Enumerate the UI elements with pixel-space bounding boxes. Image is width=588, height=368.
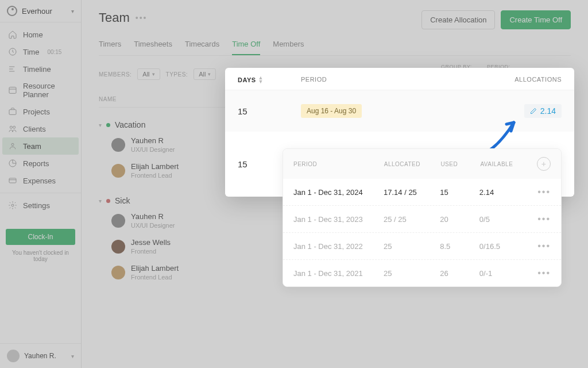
timeoff-detail-panel: DAYS ▲▼ PERIOD ALLOCATIONS 15 Aug 16 - A… xyxy=(225,68,574,197)
add-period-button[interactable]: + xyxy=(537,157,551,171)
row-more-menu[interactable]: ••• xyxy=(536,241,551,251)
row-more-menu[interactable]: ••• xyxy=(536,214,551,224)
cell-used: 8.5 xyxy=(440,242,479,251)
column-days[interactable]: DAYS ▲▼ xyxy=(238,76,301,84)
cell-period: Jan 1 - Dec 31, 2022 xyxy=(293,242,384,251)
allocation-history-card: PERIOD ALLOCATED USED AVAILABLE + Jan 1 … xyxy=(283,148,562,287)
cell-days: 15 xyxy=(238,106,301,116)
allocation-history-row: Jan 1 - Dec 31, 202325 / 25200/5••• xyxy=(283,205,561,232)
cell-period: Jan 1 - Dec 31, 2023 xyxy=(293,215,384,224)
cell-available: 2.14 xyxy=(479,188,536,197)
cell-allocated: 25 xyxy=(384,242,440,251)
allocation-history-row: Jan 1 - Dec 31, 2022258.50/16.5••• xyxy=(283,232,561,259)
cell-allocated: 25 xyxy=(384,269,440,278)
cell-available: 0/-1 xyxy=(479,269,536,278)
column-allocations: ALLOCATIONS xyxy=(514,76,562,84)
cell-period: Jan 1 - Dec 31, 2024 xyxy=(293,188,384,197)
row-more-menu[interactable]: ••• xyxy=(536,187,551,197)
inner-column-used: USED xyxy=(440,161,480,167)
cell-used: 20 xyxy=(440,215,479,224)
allocation-history-row: Jan 1 - Dec 31, 202417.14 / 25152.14••• xyxy=(283,179,561,205)
inner-column-allocated: ALLOCATED xyxy=(384,161,441,167)
cell-used: 26 xyxy=(440,269,479,278)
cell-available: 0/16.5 xyxy=(479,242,536,251)
date-range-chip[interactable]: Aug 16 - Aug 30 xyxy=(301,104,362,118)
cell-used: 15 xyxy=(440,188,479,197)
inner-column-period: PERIOD xyxy=(293,161,384,167)
column-period: PERIOD xyxy=(301,76,514,84)
cell-period: Jan 1 - Dec 31, 2021 xyxy=(293,269,384,278)
inner-column-available: AVAILABLE xyxy=(480,161,537,167)
sort-icon: ▲▼ xyxy=(258,76,264,84)
allocation-edit-button[interactable]: 2.14 xyxy=(524,104,562,118)
allocation-history-row: Jan 1 - Dec 31, 202125260/-1••• xyxy=(283,259,561,286)
cell-allocated: 25 / 25 xyxy=(384,215,440,224)
cell-allocated: 17.14 / 25 xyxy=(384,188,440,197)
row-more-menu[interactable]: ••• xyxy=(536,268,551,278)
timeoff-row-highlighted: 15 Aug 16 - Aug 30 2.14 xyxy=(225,90,574,132)
pencil-icon xyxy=(530,108,537,114)
cell-available: 0/5 xyxy=(479,215,536,224)
